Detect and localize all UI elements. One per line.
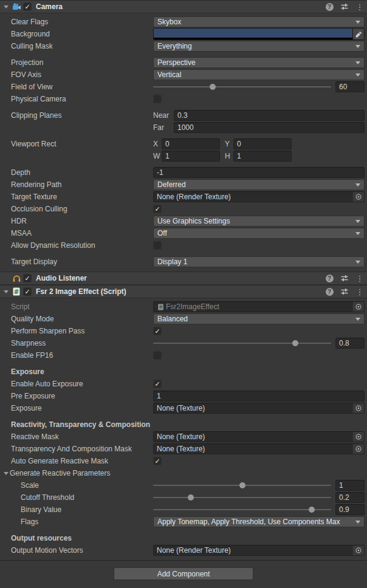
output-motion-vectors-row: Output Motion Vectors None (Render Textu…: [0, 544, 367, 556]
eyedropper-icon[interactable]: [352, 29, 364, 39]
msaa-row: MSAA Off: [0, 227, 367, 239]
fov-axis-row: FOV Axis Vertical: [0, 69, 367, 81]
object-picker-icon[interactable]: [352, 444, 364, 454]
script-field[interactable]: # Fsr2ImageEffect: [153, 301, 365, 312]
rendering-path-dropdown[interactable]: Deferred: [153, 179, 365, 190]
near-label: Near: [153, 111, 174, 120]
auto-generate-reactive-mask-checkbox[interactable]: [153, 457, 162, 465]
flags-dropdown[interactable]: Apply Tonemap, Apply Threshold, Use Comp…: [153, 516, 365, 527]
reactive-mask-field[interactable]: None (Texture): [153, 431, 365, 442]
background-label: Background: [11, 30, 153, 38]
object-picker-icon[interactable]: [352, 545, 364, 555]
add-component-button[interactable]: Add Component: [114, 567, 253, 580]
reactive-mask-label: Reactive Mask: [11, 432, 153, 441]
w-label: W: [153, 152, 162, 160]
msaa-dropdown[interactable]: Off: [153, 228, 365, 239]
fsr2-component-header[interactable]: # Fsr 2 Image Effect (Script): [0, 285, 367, 298]
slider-handle[interactable]: [239, 482, 245, 488]
exposure-field[interactable]: None (Texture): [153, 403, 365, 414]
far-input[interactable]: 1000: [174, 122, 365, 133]
allow-dynamic-resolution-checkbox[interactable]: [153, 241, 162, 250]
kebab-menu-icon[interactable]: [355, 273, 365, 283]
viewport-x-input[interactable]: 0: [162, 138, 220, 149]
slider-handle[interactable]: [309, 507, 315, 513]
field-of-view-slider[interactable]: [153, 81, 331, 92]
sharpness-input[interactable]: 0.8: [335, 338, 365, 349]
depth-input[interactable]: -1: [153, 167, 365, 178]
enable-fp16-row: Enable FP16: [0, 349, 367, 361]
fov-axis-dropdown[interactable]: Vertical: [153, 69, 365, 80]
cutoff-threshold-input[interactable]: 0.2: [335, 492, 365, 503]
slider-handle[interactable]: [292, 340, 298, 346]
enable-auto-exposure-label: Enable Auto Exposure: [11, 380, 153, 388]
quality-mode-label: Quality Mode: [11, 315, 153, 323]
scale-input[interactable]: 1: [335, 480, 365, 491]
camera-enabled-checkbox[interactable]: [23, 2, 32, 11]
output-motion-vectors-field[interactable]: None (Render Texture): [153, 545, 365, 556]
chevron-down-icon: [355, 318, 360, 321]
foldout-arrow-icon[interactable]: [2, 288, 10, 295]
audio-listener-component-header[interactable]: Audio Listener: [0, 272, 367, 285]
field-of-view-input[interactable]: 60: [335, 81, 365, 92]
help-icon[interactable]: [324, 2, 334, 12]
background-color-field[interactable]: [153, 28, 365, 40]
projection-row: Projection Perspective: [0, 56, 367, 69]
scale-row: Scale 1: [0, 479, 367, 491]
hdr-dropdown[interactable]: Use Graphics Settings: [153, 216, 365, 227]
target-texture-field[interactable]: None (Render Texture): [153, 191, 365, 202]
occlusion-culling-checkbox[interactable]: [153, 205, 162, 213]
enable-auto-exposure-checkbox[interactable]: [153, 380, 162, 388]
physical-camera-row: Physical Camera: [0, 93, 367, 105]
reactivity-section-row: Reactivity, Transparency & Composition: [0, 419, 367, 431]
enable-fp16-checkbox[interactable]: [153, 351, 162, 360]
viewport-rect-label: Viewport Rect: [11, 140, 153, 148]
object-picker-icon[interactable]: [352, 432, 364, 442]
slider-handle[interactable]: [210, 84, 216, 90]
help-icon[interactable]: [324, 287, 334, 296]
sharpness-slider[interactable]: [153, 338, 331, 349]
viewport-h-input[interactable]: 1: [233, 151, 292, 162]
physical-camera-checkbox[interactable]: [153, 95, 162, 103]
flags-label: Flags: [21, 518, 153, 526]
cutoff-threshold-slider[interactable]: [153, 492, 331, 503]
depth-label: Depth: [11, 168, 153, 177]
chevron-down-icon: [355, 74, 360, 77]
near-input[interactable]: 0.3: [174, 110, 365, 121]
scale-slider[interactable]: [153, 480, 331, 491]
object-picker-icon[interactable]: [352, 403, 364, 413]
binary-value-input[interactable]: 0.9: [335, 504, 365, 515]
binary-value-slider[interactable]: [153, 504, 331, 515]
transparency-mask-field[interactable]: None (Texture): [153, 443, 365, 454]
exposure-section-row: Exposure: [0, 366, 367, 378]
foldout-arrow-icon[interactable]: [2, 3, 10, 10]
svg-text:#: #: [14, 289, 19, 295]
object-picker-icon[interactable]: [352, 302, 364, 312]
presets-icon[interactable]: [340, 2, 349, 12]
slider-handle[interactable]: [188, 494, 194, 501]
exposure-label: Exposure: [11, 404, 153, 412]
transparency-mask-row: Transparency And Composition Mask None (…: [0, 443, 367, 455]
help-icon[interactable]: [324, 273, 334, 283]
fsr2-enabled-checkbox[interactable]: [23, 287, 32, 296]
viewport-w-input[interactable]: 1: [162, 151, 220, 162]
presets-icon[interactable]: [340, 273, 349, 283]
culling-mask-dropdown[interactable]: Everything: [153, 41, 365, 52]
clipping-planes-far-row: Far 1000: [0, 121, 367, 134]
target-display-dropdown[interactable]: Display 1: [153, 256, 365, 267]
object-picker-icon[interactable]: [352, 192, 364, 202]
kebab-menu-icon[interactable]: [355, 287, 365, 296]
perform-sharpen-pass-checkbox[interactable]: [153, 327, 162, 335]
projection-dropdown[interactable]: Perspective: [153, 57, 365, 68]
sharpness-row: Sharpness 0.8: [0, 337, 367, 349]
audio-listener-enabled-checkbox[interactable]: [23, 274, 32, 282]
presets-icon[interactable]: [340, 287, 349, 296]
color-swatch[interactable]: [154, 29, 352, 39]
kebab-menu-icon[interactable]: [355, 2, 365, 12]
clear-flags-dropdown[interactable]: Skybox: [153, 16, 365, 27]
slider-track: [153, 343, 331, 344]
quality-mode-dropdown[interactable]: Balanced: [153, 313, 365, 324]
pre-exposure-input[interactable]: 1: [153, 391, 365, 402]
viewport-y-input[interactable]: 0: [233, 138, 292, 149]
camera-component-header[interactable]: Camera: [0, 0, 367, 13]
foldout-arrow-icon[interactable]: [2, 470, 10, 477]
